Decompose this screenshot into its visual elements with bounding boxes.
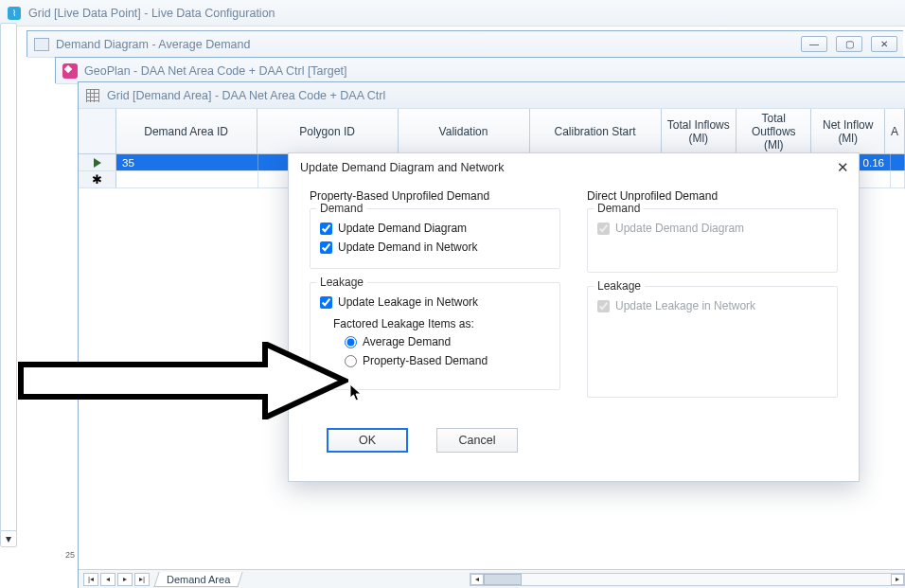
- window-titlebar-geoplan[interactable]: GeoPlan - DAA Net Area Code + DAA Ctrl […: [56, 58, 905, 84]
- radio-input[interactable]: [345, 336, 357, 348]
- checkbox-update-demand-network[interactable]: Update Demand in Network: [320, 238, 550, 257]
- minimize-button[interactable]: —: [801, 36, 827, 52]
- group-demand-left: Demand Update Demand Diagram Update Dema…: [310, 208, 560, 269]
- window-title: Grid [Demand Area] - DAA Net Area Code +…: [107, 89, 385, 102]
- window-titlebar-live-data[interactable]: ⌇ Grid [Live Data Point] - Live Data Con…: [0, 0, 905, 27]
- col-net-inflow[interactable]: Net Inflow (Ml): [811, 109, 884, 153]
- sheet-tab-demand-area[interactable]: Demand Area: [153, 572, 242, 587]
- section-heading-direct: Direct Unprofiled Demand: [587, 189, 838, 203]
- radio-label: Property-Based Demand: [363, 354, 488, 367]
- ok-button[interactable]: OK: [327, 428, 408, 453]
- window-title: GeoPlan - DAA Net Area Code + DAA Ctrl […: [84, 64, 347, 78]
- checkbox-update-demand-diagram-direct: Update Demand Diagram: [597, 219, 827, 238]
- play-icon: [94, 158, 101, 168]
- checkbox-label: Update Demand Diagram: [338, 222, 467, 235]
- group-legend: Demand: [594, 202, 644, 215]
- radio-input[interactable]: [345, 355, 357, 367]
- row-indicator-new: ✱: [79, 171, 116, 187]
- scroll-left-button[interactable]: ◂: [470, 574, 484, 585]
- row-indicator-current: [79, 154, 116, 170]
- scroll-thumb[interactable]: [484, 574, 522, 585]
- checkbox-update-demand-diagram[interactable]: Update Demand Diagram: [320, 219, 550, 238]
- checkbox-update-leakage-network[interactable]: Update Leakage in Network: [320, 293, 550, 312]
- asterisk-icon: ✱: [92, 173, 102, 186]
- checkbox-input: [597, 300, 610, 312]
- table-icon: [84, 87, 101, 104]
- left-stub-panel: [0, 23, 17, 543]
- group-leakage-left: Leakage Update Leakage in Network Factor…: [310, 282, 560, 390]
- grid-header: Demand Area ID Polygon ID Validation Cal…: [79, 109, 905, 154]
- dialog-title: Update Demand Diagram and Network: [289, 153, 515, 182]
- dialog-update-demand: Update Demand Diagram and Network ✕ Prop…: [288, 152, 860, 482]
- col-last[interactable]: A: [885, 109, 905, 153]
- checkbox-label: Update Leakage in Network: [338, 295, 478, 309]
- window-title: Demand Diagram - Average Demand: [56, 38, 250, 51]
- checkbox-label: Update Demand Diagram: [615, 222, 744, 235]
- close-icon: ✕: [837, 159, 849, 176]
- geoplan-icon: [62, 62, 79, 80]
- checkbox-update-leakage-direct: Update Leakage in Network: [597, 296, 827, 315]
- horizontal-scrollbar[interactable]: ◂ ▸: [470, 573, 905, 586]
- col-polygon-id[interactable]: Polygon ID: [257, 109, 399, 153]
- section-heading-property-based: Property-Based Unprofiled Demand: [310, 189, 560, 203]
- radio-label: Average Demand: [363, 335, 451, 348]
- cell-last[interactable]: [891, 154, 905, 170]
- window-title: Grid [Live Data Point] - Live Data Confi…: [28, 7, 275, 20]
- row-marker: 25: [65, 550, 75, 560]
- factored-leakage-legend: Factored Leakage Items as:: [333, 317, 550, 330]
- group-demand-right: Demand Update Demand Diagram: [587, 208, 838, 273]
- group-legend: Leakage: [594, 279, 645, 293]
- nav-last-button[interactable]: ▸|: [134, 573, 150, 586]
- cancel-button[interactable]: Cancel: [436, 428, 518, 453]
- sheet-bar: |◂ ◂ ▸ ▸| Demand Area ◂ ▸: [79, 569, 905, 588]
- radio-average-demand[interactable]: Average Demand: [345, 332, 550, 351]
- checkbox-input: [597, 223, 610, 235]
- group-leakage-right: Leakage Update Leakage in Network: [587, 286, 838, 398]
- cell-demand-area-id[interactable]: 35: [116, 154, 258, 170]
- checkbox-label: Update Demand in Network: [338, 241, 477, 254]
- checkbox-input[interactable]: [320, 241, 332, 254]
- nav-next-button[interactable]: ▸: [117, 573, 133, 586]
- radio-property-based-demand[interactable]: Property-Based Demand: [345, 351, 550, 370]
- left-stub-arrow[interactable]: ▾: [0, 530, 17, 547]
- window-titlebar-demand-diagram[interactable]: Demand Diagram - Average Demand — ▢ ✕: [27, 31, 903, 58]
- col-demand-area-id[interactable]: Demand Area ID: [116, 109, 257, 153]
- scroll-right-button[interactable]: ▸: [891, 574, 904, 585]
- col-calibration-start[interactable]: Calibration Start: [530, 109, 662, 153]
- col-validation[interactable]: Validation: [399, 109, 530, 153]
- col-total-inflows[interactable]: Total Inflows (Ml): [662, 109, 736, 153]
- checkbox-input[interactable]: [320, 223, 332, 235]
- window-titlebar-grid[interactable]: Grid [Demand Area] - DAA Net Area Code +…: [79, 82, 905, 109]
- close-button[interactable]: ✕: [871, 36, 897, 52]
- col-total-outflows[interactable]: Total Outflows (Ml): [736, 109, 811, 153]
- nav-prev-button[interactable]: ◂: [100, 573, 115, 586]
- nav-first-button[interactable]: |◂: [83, 573, 98, 586]
- group-legend: Leakage: [316, 276, 367, 289]
- dialog-close-button[interactable]: ✕: [826, 154, 859, 181]
- group-legend: Demand: [316, 202, 366, 215]
- chart-icon: [33, 36, 50, 53]
- maximize-button[interactable]: ▢: [836, 36, 862, 52]
- checkbox-label: Update Leakage in Network: [615, 299, 755, 312]
- checkbox-input[interactable]: [320, 296, 332, 309]
- wifi-icon: ⌇: [6, 5, 23, 22]
